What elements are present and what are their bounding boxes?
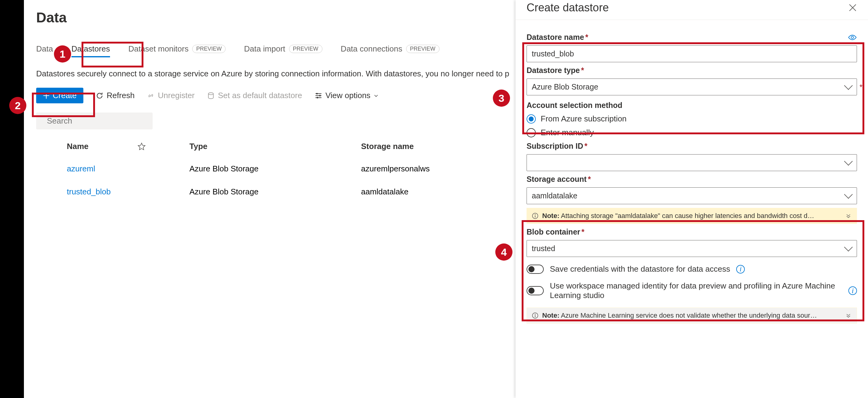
preview-badge: PREVIEW xyxy=(406,45,439,53)
unregister-button: Unregister xyxy=(147,91,195,100)
callout-badge-4: 4 xyxy=(495,243,513,261)
col-type-header[interactable]: Type xyxy=(189,142,361,151)
set-default-label: Set as default datastore xyxy=(218,91,302,100)
view-options-button[interactable]: View options xyxy=(314,91,378,100)
svg-point-0 xyxy=(209,93,213,95)
unregister-label: Unregister xyxy=(158,91,195,100)
unlink-icon xyxy=(147,92,155,100)
blob-container-label: Blob container* xyxy=(527,227,857,237)
datastore-icon xyxy=(207,92,215,100)
radio-icon xyxy=(527,114,536,124)
eye-icon[interactable] xyxy=(848,34,857,41)
sliders-icon xyxy=(314,92,322,100)
account-selection-label: Account selection method xyxy=(527,101,857,110)
tab-label: Datastores xyxy=(71,44,110,54)
subscription-id-label: Subscription ID* xyxy=(527,142,857,151)
tab-label: Dataset monitors xyxy=(128,44,189,54)
datastore-name-label: Datastore name* xyxy=(527,33,857,42)
create-datastore-panel: Create datastore Datastore name* Datasto… xyxy=(516,0,868,398)
set-default-button: Set as default datastore xyxy=(207,91,302,100)
radio-label: Enter manually xyxy=(541,128,594,137)
subscription-id-select[interactable] xyxy=(527,154,857,171)
tab-data-assets[interactable]: Data xyxy=(36,44,53,57)
info-icon xyxy=(532,312,538,319)
refresh-button[interactable]: Refresh xyxy=(96,91,134,100)
tab-data-import[interactable]: Data import PREVIEW xyxy=(244,44,322,57)
radio-icon xyxy=(527,128,536,137)
managed-identity-toggle-row: Use workspace managed identity for data … xyxy=(527,281,857,300)
plus-icon xyxy=(43,92,50,99)
expand-icon[interactable] xyxy=(846,213,851,219)
callout-badge-3: 3 xyxy=(493,90,510,107)
radio-enter-manually[interactable]: Enter manually xyxy=(527,128,857,137)
callout-badge-2: 2 xyxy=(9,97,26,114)
tab-data-connections[interactable]: Data connections PREVIEW xyxy=(341,44,439,57)
chevron-down-icon xyxy=(374,93,378,98)
save-credentials-toggle-row: Save credentials with the datastore for … xyxy=(527,264,857,274)
svg-point-2 xyxy=(319,95,320,96)
note-text: Note: Azure Machine Learning service doe… xyxy=(542,311,817,319)
managed-identity-toggle[interactable] xyxy=(527,286,544,295)
close-button[interactable] xyxy=(848,3,857,12)
storage-account-label: Storage account* xyxy=(527,175,857,184)
tab-label: Data xyxy=(36,44,53,54)
col-name-header[interactable]: Name xyxy=(67,142,89,151)
panel-body: Datastore name* Datastore type* * Accoun… xyxy=(516,20,868,398)
panel-title: Create datastore xyxy=(527,1,609,14)
toggle-label: Use workspace managed identity for data … xyxy=(550,281,842,300)
create-button[interactable]: Create xyxy=(36,88,83,103)
svg-point-7 xyxy=(535,214,536,215)
radio-label: From Azure subscription xyxy=(541,114,626,124)
callout-badge-1: 1 xyxy=(54,45,71,63)
required-asterisk: * xyxy=(860,83,863,92)
datastore-link[interactable]: trusted_blob xyxy=(67,187,111,196)
tab-datastores[interactable]: Datastores xyxy=(71,44,110,57)
row-type: Azure Blob Storage xyxy=(189,187,361,196)
create-label: Create xyxy=(53,91,76,100)
preview-badge: PREVIEW xyxy=(289,45,322,53)
info-icon xyxy=(532,213,538,219)
panel-header: Create datastore xyxy=(516,0,868,20)
save-credentials-toggle[interactable] xyxy=(527,265,544,274)
preview-badge: PREVIEW xyxy=(192,45,225,53)
tab-label: Data import xyxy=(244,44,285,54)
left-gutter xyxy=(0,0,24,398)
svg-point-5 xyxy=(851,36,854,39)
tab-label: Data connections xyxy=(341,44,402,54)
note-text: Note: Attaching storage "aamldatalake" c… xyxy=(542,212,814,220)
search-input[interactable] xyxy=(47,116,147,126)
search-box[interactable] xyxy=(36,113,153,129)
tab-dataset-monitors[interactable]: Dataset monitors PREVIEW xyxy=(128,44,226,57)
view-options-label: View options xyxy=(326,91,371,100)
row-type: Azure Blob Storage xyxy=(189,164,361,174)
blob-container-select[interactable] xyxy=(527,240,857,257)
datastore-link[interactable]: azureml xyxy=(67,164,95,174)
svg-point-9 xyxy=(535,314,536,315)
info-icon[interactable]: i xyxy=(736,265,745,274)
datastore-type-select[interactable] xyxy=(527,79,857,95)
datastore-name-input[interactable] xyxy=(527,45,857,62)
svg-point-1 xyxy=(316,93,317,94)
close-icon xyxy=(848,3,857,12)
toggle-label: Save credentials with the datastore for … xyxy=(550,264,730,274)
star-icon xyxy=(137,143,146,151)
expand-icon[interactable] xyxy=(846,313,851,318)
refresh-icon xyxy=(96,92,103,100)
validate-note[interactable]: Note: Azure Machine Learning service doe… xyxy=(527,308,857,324)
info-icon[interactable]: i xyxy=(848,286,857,295)
storage-note[interactable]: Note: Attaching storage "aamldatalake" c… xyxy=(527,208,857,224)
radio-from-subscription[interactable]: From Azure subscription xyxy=(527,114,857,124)
storage-account-select[interactable] xyxy=(527,187,857,204)
refresh-label: Refresh xyxy=(107,91,134,100)
svg-point-3 xyxy=(317,97,318,98)
datastore-type-label: Datastore type* xyxy=(527,66,857,75)
